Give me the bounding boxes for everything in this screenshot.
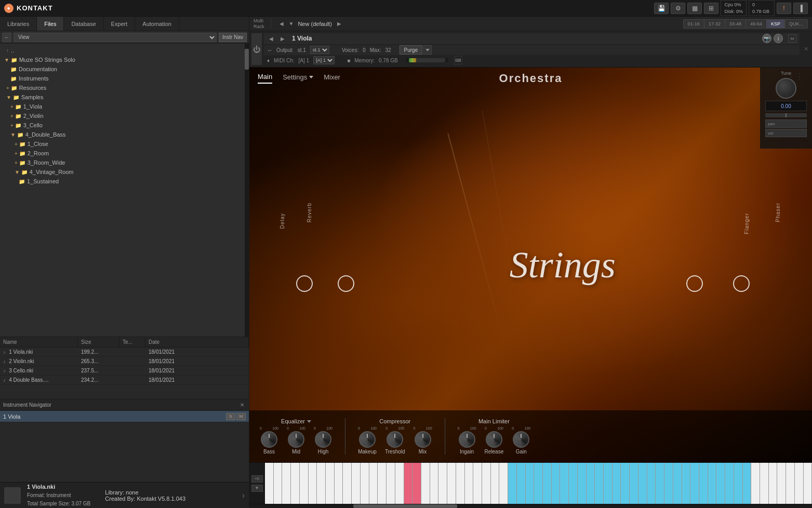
mix-knob[interactable]: [415, 431, 431, 448]
piano-key-g6[interactable]: [604, 463, 613, 504]
piano-key-b5[interactable]: [560, 463, 569, 504]
midi-select[interactable]: [A] 1: [313, 56, 335, 64]
save-button[interactable]: 💾: [654, 3, 669, 14]
piano-key-b2[interactable]: [378, 463, 387, 504]
piano-key-b6[interactable]: [621, 463, 630, 504]
snapshot-button[interactable]: 📷: [762, 34, 771, 43]
piano-key-c3[interactable]: [387, 463, 395, 504]
page-33-48[interactable]: 33-48: [725, 19, 746, 29]
scroll-down-button[interactable]: ▼: [251, 485, 263, 492]
tree-scrollbar-handle[interactable]: [245, 49, 249, 70]
warning-icon[interactable]: !: [777, 3, 791, 14]
piano-key-e6[interactable]: [587, 463, 595, 504]
tree-item-4vintageroom[interactable]: ▼ 📁 4_Vintage_Room: [0, 167, 245, 177]
piano-key-d8[interactable]: [699, 463, 708, 504]
col-date-header[interactable]: Date: [145, 337, 249, 347]
piano-key-d1[interactable]: [274, 463, 283, 504]
purge-button[interactable]: Purge: [400, 45, 423, 55]
midi-icon[interactable]: M: [788, 34, 796, 43]
piano-key-a6[interactable]: [613, 463, 621, 504]
piano-key-d3[interactable]: [395, 463, 404, 504]
piano-key-c2[interactable]: [326, 463, 335, 504]
mute-button[interactable]: M: [236, 413, 246, 420]
piano-key-c7[interactable]: [630, 463, 638, 504]
tree-item-instruments[interactable]: 📁 Instruments: [0, 74, 245, 83]
piano-key-g7[interactable]: [664, 463, 673, 504]
piano-key-g9[interactable]: [786, 463, 795, 504]
release-knob[interactable]: [486, 431, 502, 448]
mid-knob[interactable]: [288, 431, 304, 448]
tree-item-3cello[interactable]: + 📁 3_Cello: [0, 121, 245, 130]
piano-key-f2[interactable]: [352, 463, 361, 504]
piano-key-d6[interactable]: [578, 463, 587, 504]
piano-key-b7[interactable]: [682, 463, 691, 504]
vol-display[interactable]: vol: [765, 129, 807, 137]
instrument-item[interactable]: 1 Viola S M: [0, 411, 249, 422]
tuning-knob[interactable]: [776, 78, 796, 99]
piano-key-g2[interactable]: [361, 463, 369, 504]
piano-key-f3[interactable]: [412, 463, 421, 504]
ingain-knob[interactable]: [459, 431, 475, 448]
tree-item-2room[interactable]: + 📁 2_Room: [0, 149, 245, 158]
navigator-close-button[interactable]: ✕: [238, 402, 246, 408]
col-name-header[interactable]: Name: [0, 337, 78, 347]
piano-key-a4[interactable]: [491, 463, 500, 504]
piano-key-d9[interactable]: [760, 463, 769, 504]
octave-up-button[interactable]: +0: [251, 475, 263, 483]
layout-button[interactable]: ▦: [687, 3, 702, 14]
piano-key-a9[interactable]: [795, 463, 804, 504]
piano-key-d4[interactable]: [456, 463, 465, 504]
file-row[interactable]: ♪ 3 Cello.nki 237.5... 18/01/2021: [0, 366, 249, 376]
piano-key-g5[interactable]: [543, 463, 552, 504]
piano-key-f6[interactable]: [595, 463, 604, 504]
pan-display[interactable]: pan: [765, 119, 807, 128]
piano-key-b3[interactable]: [438, 463, 447, 504]
tab-expert[interactable]: Expert: [104, 17, 136, 31]
tree-item-documentation[interactable]: 📁 Documentation: [0, 64, 245, 74]
piano-scroll-handle[interactable]: [353, 504, 457, 508]
tree-scrollbar[interactable]: [245, 44, 249, 337]
tree-item-3roomwide[interactable]: + 📁 3_Room_Wide: [0, 158, 245, 167]
piano-key-a1[interactable]: [309, 463, 317, 504]
piano-key-f8[interactable]: [716, 463, 725, 504]
eq-dropdown-icon[interactable]: [307, 420, 311, 423]
piano-keys[interactable]: .wk { flex: 1; border-right: 1px solid #…: [265, 463, 812, 504]
piano-key-d5[interactable]: [517, 463, 526, 504]
page-01-16[interactable]: 01-16: [683, 19, 704, 29]
piano-key-g8[interactable]: [725, 463, 734, 504]
delay-knob[interactable]: [296, 275, 313, 292]
inst-prev-button[interactable]: ◀: [267, 34, 275, 43]
flanger-knob[interactable]: [686, 275, 703, 292]
piano-key-b4[interactable]: [499, 463, 508, 504]
rack-next-button[interactable]: ▶: [335, 20, 343, 28]
piano-key-f5[interactable]: [534, 463, 543, 504]
expand-button[interactable]: ⊞: [704, 3, 718, 14]
bass-knob[interactable]: [261, 431, 277, 448]
tree-item-1sustained[interactable]: 📁 1_Sustained: [0, 177, 245, 186]
piano-key-e1[interactable]: [282, 463, 291, 504]
rack-prev-button[interactable]: ◀: [277, 20, 286, 28]
piano-key-c4[interactable]: [447, 463, 456, 504]
makeup-knob[interactable]: [359, 431, 376, 448]
tab-mixer[interactable]: Mixer: [324, 71, 340, 83]
piano-key-e4[interactable]: [465, 463, 474, 504]
tab-libraries[interactable]: Libraries: [0, 17, 37, 31]
piano-key-b9[interactable]: [804, 463, 812, 504]
piano-key-c9[interactable]: [751, 463, 760, 504]
instrument-nav-button[interactable]: Instr Nav: [219, 33, 247, 42]
tab-database[interactable]: Database: [64, 17, 103, 31]
piano-key-e8[interactable]: [708, 463, 717, 504]
file-row[interactable]: ♪ 2 Violin.nki 265.3... 18/01/2021: [0, 357, 249, 366]
piano-key-a8[interactable]: [734, 463, 743, 504]
solo-button[interactable]: S: [226, 413, 235, 420]
instrument-power-button[interactable]: ⏻: [251, 33, 262, 65]
phaser-knob[interactable]: [733, 275, 750, 292]
piano-key-b8[interactable]: [743, 463, 752, 504]
piano-key-c5[interactable]: [508, 463, 517, 504]
piano-key-e5[interactable]: [526, 463, 535, 504]
tab-automation[interactable]: Automation: [135, 17, 179, 31]
piano-key-d2[interactable]: [335, 463, 343, 504]
tree-item-resources[interactable]: + 📁 Resources: [0, 83, 245, 92]
high-knob[interactable]: [315, 431, 331, 448]
info-button[interactable]: i: [774, 34, 783, 43]
